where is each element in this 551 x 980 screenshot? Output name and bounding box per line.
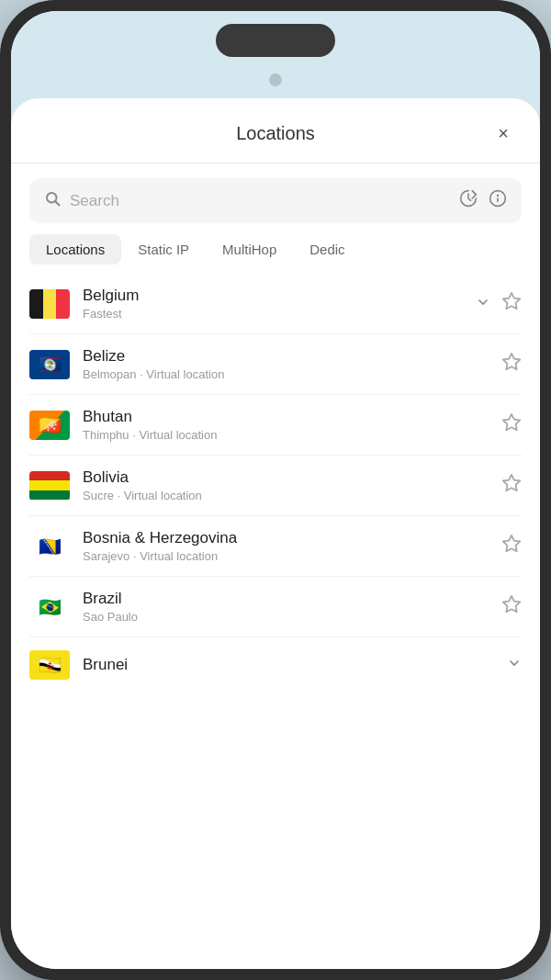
flag-bosnia: 🇧🇦 xyxy=(29,532,70,561)
tab-bar: Locations Static IP MultiHop Dedic xyxy=(11,234,540,265)
location-info: Brunei xyxy=(83,656,494,674)
location-actions xyxy=(501,534,522,559)
tab-dedicated[interactable]: Dedic xyxy=(293,234,361,265)
location-sub: Belmopan · Virtual location xyxy=(83,367,489,381)
location-actions xyxy=(501,412,522,438)
location-info: Bhutan Thimphu · Virtual location xyxy=(83,408,489,442)
chevron-down-icon[interactable] xyxy=(476,295,490,313)
phone-frame: Locations × Search xyxy=(0,0,551,980)
location-actions xyxy=(476,291,522,317)
svg-line-1 xyxy=(56,202,60,206)
list-item[interactable]: 🇧🇷 Brazil Sao Paulo xyxy=(29,577,522,637)
location-actions xyxy=(501,594,522,620)
flag-belgium xyxy=(29,289,70,319)
tab-multihop[interactable]: MultiHop xyxy=(206,234,293,265)
favorite-icon[interactable] xyxy=(501,594,522,620)
svg-marker-8 xyxy=(503,474,520,490)
search-actions xyxy=(459,189,507,212)
list-item[interactable]: Bolivia Sucre · Virtual location xyxy=(29,456,522,516)
favorite-icon[interactable] xyxy=(501,534,522,559)
speed-icon[interactable] xyxy=(459,189,478,212)
location-info: Brazil Sao Paulo xyxy=(83,590,489,624)
notch xyxy=(216,24,335,57)
info-icon[interactable] xyxy=(489,189,507,212)
location-info: Belize Belmopan · Virtual location xyxy=(83,347,489,381)
favorite-icon[interactable] xyxy=(501,291,522,317)
location-sub: Sarajevo · Virtual location xyxy=(83,549,489,563)
location-actions xyxy=(501,352,522,377)
tab-static-ip[interactable]: Static IP xyxy=(121,234,206,265)
close-button[interactable]: × xyxy=(489,118,518,148)
chevron-down-icon[interactable] xyxy=(507,656,522,674)
location-actions xyxy=(507,656,522,674)
flag-brunei: 🇧🇳 xyxy=(29,650,70,680)
svg-point-0 xyxy=(47,193,57,203)
location-sub: Sao Paulo xyxy=(83,610,489,624)
flag-bhutan: 🇧🇹 xyxy=(29,411,70,440)
camera-dot xyxy=(269,73,282,86)
favorite-icon[interactable] xyxy=(501,352,522,377)
location-info: Bolivia Sucre · Virtual location xyxy=(83,468,489,502)
favorite-icon[interactable] xyxy=(501,473,522,499)
page-title: Locations xyxy=(62,123,489,144)
svg-marker-5 xyxy=(503,292,520,308)
search-input[interactable]: Search xyxy=(70,192,450,210)
svg-marker-7 xyxy=(503,413,520,429)
locations-list: Belgium Fastest 🇧🇿 xyxy=(11,274,540,969)
location-sub: Sucre · Virtual location xyxy=(83,489,489,502)
camera-area xyxy=(11,66,540,94)
tab-locations[interactable]: Locations xyxy=(29,234,121,265)
location-name: Belize xyxy=(83,347,489,366)
app-content: Locations × Search xyxy=(11,98,540,969)
location-name: Brunei xyxy=(83,656,494,674)
location-info: Belgium Fastest xyxy=(83,287,463,321)
search-bar[interactable]: Search xyxy=(29,178,522,223)
list-item[interactable]: 🇧🇦 Bosnia & Herzegovina Sarajevo · Virtu… xyxy=(29,516,522,577)
location-name: Bosnia & Herzegovina xyxy=(83,529,489,547)
status-bar xyxy=(11,11,540,66)
location-info: Bosnia & Herzegovina Sarajevo · Virtual … xyxy=(83,529,489,563)
location-name: Belgium xyxy=(83,287,463,305)
list-item-partial[interactable]: 🇧🇳 Brunei xyxy=(29,637,522,687)
search-icon xyxy=(44,190,61,211)
header: Locations × xyxy=(11,98,540,163)
flag-bolivia xyxy=(29,471,70,501)
svg-marker-10 xyxy=(503,595,520,611)
phone-inner: Locations × Search xyxy=(11,11,540,969)
location-sub: Fastest xyxy=(83,307,463,321)
flag-belize: 🇧🇿 xyxy=(29,350,70,379)
location-name: Bhutan xyxy=(83,408,489,426)
location-sub: Thimphu · Virtual location xyxy=(83,428,489,442)
list-item[interactable]: 🇧🇿 Belize Belmopan · Virtual location xyxy=(29,334,522,395)
svg-marker-9 xyxy=(503,535,520,550)
list-item[interactable]: 🇧🇹 Bhutan Thimphu · Virtual location xyxy=(29,395,522,456)
location-name: Brazil xyxy=(83,590,489,608)
list-item[interactable]: Belgium Fastest xyxy=(29,274,522,334)
svg-marker-6 xyxy=(503,353,520,368)
location-actions xyxy=(501,473,522,499)
favorite-icon[interactable] xyxy=(501,412,522,438)
location-name: Bolivia xyxy=(83,468,489,487)
flag-brazil: 🇧🇷 xyxy=(29,592,70,622)
